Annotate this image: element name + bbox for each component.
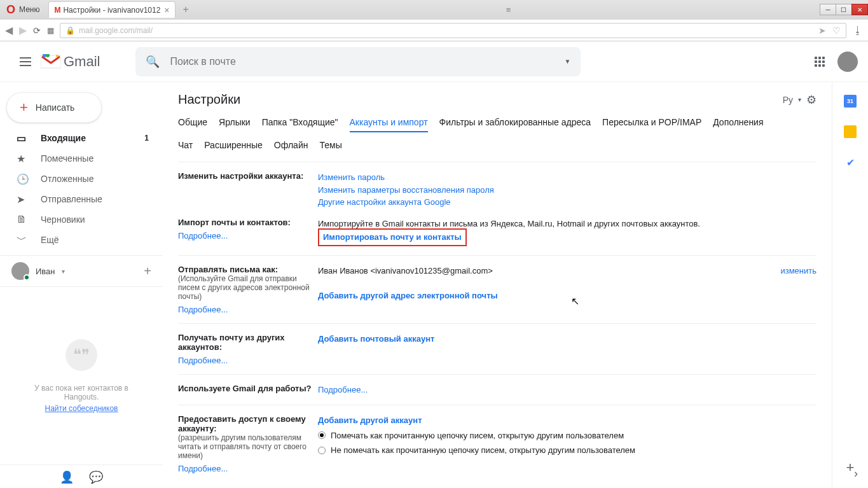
gear-icon[interactable]: ⚙ [806,93,816,107]
grant-radio-mark-read[interactable]: Помечать как прочитанную цепочку писем, … [318,429,816,442]
back-button[interactable]: ◀ [5,24,13,36]
radio-icon [318,431,326,439]
reload-button[interactable]: ⟳ [33,25,41,36]
tab-addons[interactable]: Дополнения [713,117,763,132]
keep-icon[interactable] [844,125,857,138]
search-options-icon[interactable]: ▼ [565,58,571,65]
contacts-tab-icon[interactable]: 👤 [60,470,74,484]
tab-general[interactable]: Общие [178,117,207,132]
opera-icon: O [6,3,15,17]
tab-filters[interactable]: Фильтры и заблокированные адреса [439,117,591,132]
new-tab-button[interactable]: + [176,4,196,15]
compose-button[interactable]: + Написать [6,92,102,123]
search-input[interactable] [170,56,564,67]
hamburger-icon [20,61,31,62]
tab-inbox[interactable]: Папка "Входящие" [262,117,338,132]
main-menu-button[interactable] [10,61,41,62]
add-email-link[interactable]: Добавить другой адрес электронной почты [318,291,498,300]
section-label: Получать почту из других аккаунтов: [178,333,285,352]
sidebar-footer: 👤 💬 [0,464,163,488]
tab-layout-icon[interactable]: ≡ [502,5,515,15]
import-highlight-box: Импортировать почту и контакты [318,228,467,246]
learn-more-link[interactable]: Подробнее... [178,356,318,365]
tab-offline[interactable]: Офлайн [274,140,308,154]
learn-more-link[interactable]: Подробнее... [178,464,318,473]
tab-close-icon[interactable]: × [164,5,169,15]
radio-label: Помечать как прочитанную цепочку писем, … [331,429,624,442]
downloads-button[interactable]: ⭳ [853,25,863,36]
collapse-rail-icon[interactable]: › [854,467,858,480]
nav-more[interactable]: ﹀Ещё [0,230,156,250]
url-text: mail.google.com/mail/ [79,26,153,35]
tab-chat[interactable]: Чат [178,140,193,154]
account-avatar[interactable] [837,52,858,72]
grant-radio-dont-mark[interactable]: Не помечать как прочитанную цепочку писе… [318,444,816,457]
send-icon[interactable]: ➤ [818,25,826,36]
tab-advanced[interactable]: Расширенные [204,140,263,154]
hangouts-user[interactable]: Иван ▾ + [0,255,163,287]
calendar-icon[interactable]: 31 [844,95,857,108]
language-switch[interactable]: Ру ▾ ⚙ [783,93,816,107]
star-icon: ★ [17,153,29,165]
settings-tabs-row2: Чат Расширенные Офлайн Темы [178,140,816,154]
add-contact-button[interactable]: + [144,264,151,279]
tab-forwarding[interactable]: Пересылка и POP/IMAP [602,117,701,132]
address-bar[interactable]: 🔒 mail.google.com/mail/ ➤ ♡ [60,23,846,38]
inbox-icon: ▭ [17,132,29,144]
add-account-link[interactable]: Добавить другой аккаунт [318,415,422,425]
nav-label: Отложенные [41,174,93,184]
minimize-button[interactable]: ─ [820,4,836,15]
tasks-icon[interactable]: ✔ [844,156,857,169]
svg-point-3 [56,55,59,57]
forward-button[interactable]: ▶ [19,24,27,36]
gsuite-learn-link[interactable]: Подробнее... [318,385,368,394]
nav-list: ▭ Входящие 1 ★Помеченные 🕒Отложенные ➤От… [0,128,163,250]
empty-text-1: У вас пока нет контактов в [34,384,128,393]
settings-main: Настройки Ру ▾ ⚙ Общие Ярлыки Папка "Вхо… [163,82,832,488]
hangouts-tab-icon[interactable]: 💬 [89,470,103,484]
heart-icon[interactable]: ♡ [832,25,841,36]
chevron-down-icon: ▾ [798,96,801,103]
nav-inbox[interactable]: ▭ Входящие 1 [0,128,156,148]
user-dropdown-icon[interactable]: ▾ [62,268,65,275]
recovery-options-link[interactable]: Изменить параметры восстановления пароля [318,185,494,195]
learn-more-link[interactable]: Подробнее... [178,231,318,241]
user-avatar [11,262,29,280]
settings-title: Настройки [178,92,240,107]
speed-dial-button[interactable]: ▦ [47,26,53,35]
work-text: Подробнее... [318,384,816,396]
nav-label: Помеченные [41,153,93,164]
change-password-link[interactable]: Изменить пароль [318,172,385,182]
sendas-edit-link[interactable]: изменить [780,265,816,277]
maximize-button[interactable]: ☐ [836,4,852,15]
browser-tab[interactable]: M Настройки - ivanivanov1012 × [48,1,175,18]
gmail-wordmark: Gmail [64,53,100,70]
close-window-button[interactable]: ✕ [851,4,868,15]
gmail-logo[interactable]: Gmail [41,53,100,70]
nav-snoozed[interactable]: 🕒Отложенные [0,169,156,189]
tab-labels[interactable]: Ярлыки [219,117,251,132]
address-row: ◀ ▶ ⟳ ▦ 🔒 mail.google.com/mail/ ➤ ♡ ⭳ [0,19,868,41]
tab-accounts-import[interactable]: Аккаунты и импорт [350,117,428,132]
plus-icon: + [20,99,28,116]
section-label: Изменить настройки аккаунта: [178,171,318,209]
search-box[interactable]: 🔍 ▼ [135,47,581,76]
addons-plus-button[interactable]: + [846,459,855,476]
find-contacts-link[interactable]: Найти собеседников [45,404,118,413]
tab-themes[interactable]: Темы [319,140,341,154]
learn-more-link[interactable]: Подробнее... [178,305,318,314]
nav-drafts[interactable]: 🗎Черновики [0,209,156,230]
chevron-down-icon: ﹀ [17,234,29,247]
nav-sent[interactable]: ➤Отправленные [0,189,156,209]
menu-label: Меню [19,5,39,14]
nav-starred[interactable]: ★Помеченные [0,148,156,169]
search-icon[interactable]: 🔍 [146,55,160,69]
import-mail-contacts-link[interactable]: Импортировать почту и контакты [323,232,462,242]
sent-icon: ➤ [17,193,29,206]
google-apps-button[interactable] [815,57,825,67]
hangouts-icon: ❝❞ [65,339,97,371]
opera-menu-button[interactable]: O Меню [0,3,46,17]
gmail-icon [41,54,61,69]
add-mail-account-link[interactable]: Добавить почтовый аккаунт [318,334,434,344]
other-account-settings-link[interactable]: Другие настройки аккаунта Google [318,197,451,207]
